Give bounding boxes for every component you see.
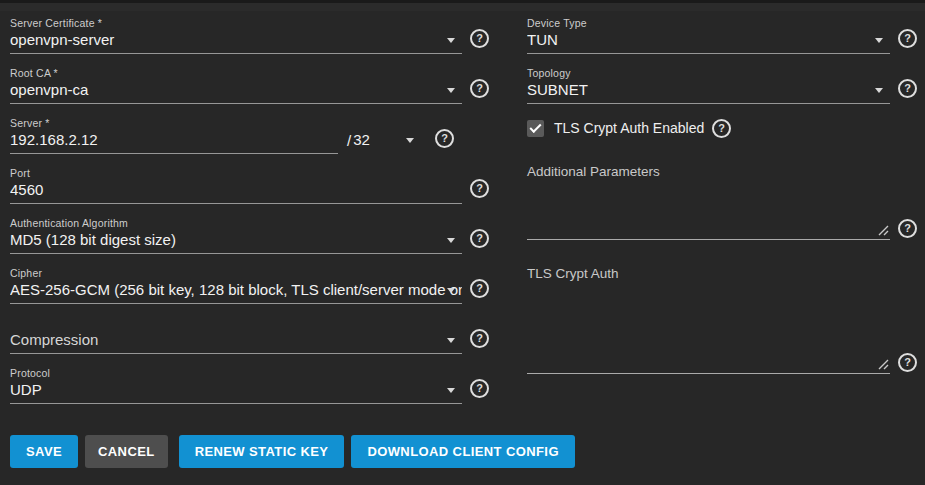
chevron-down-icon <box>447 288 455 293</box>
renew-static-key-button[interactable]: RENEW STATIC KEY <box>179 435 345 468</box>
chevron-down-icon <box>447 338 455 343</box>
compression-label-spacer <box>10 316 462 330</box>
action-buttons: SAVE CANCEL RENEW STATIC KEY DOWNLOAD CL… <box>10 435 582 468</box>
cipher-row: Cipher AES-256-GCM (256 bit key, 128 bit… <box>10 266 489 304</box>
checkmark-icon <box>529 120 541 132</box>
help-icon[interactable]: ? <box>470 279 489 298</box>
port-value: 4560 <box>10 180 462 200</box>
chevron-down-icon <box>447 88 455 93</box>
port-label: Port <box>10 166 462 180</box>
resize-grip-icon[interactable] <box>878 359 889 370</box>
device-type-value: TUN <box>527 30 890 50</box>
root-ca-row: Root CA * openvpn-ca ? <box>10 66 489 104</box>
tls-crypt-auth-row: ? <box>527 282 917 374</box>
help-icon[interactable]: ? <box>712 119 731 138</box>
help-icon[interactable]: ? <box>898 353 917 372</box>
help-icon[interactable]: ? <box>898 219 917 238</box>
chevron-down-icon <box>447 38 455 43</box>
topology-select[interactable]: Topology SUBNET <box>527 66 890 104</box>
help-icon[interactable]: ? <box>470 229 489 248</box>
auth-algorithm-value: MD5 (128 bit digest size) <box>10 230 462 250</box>
resize-grip-icon[interactable] <box>878 225 889 236</box>
chevron-down-icon <box>406 138 414 143</box>
root-ca-select[interactable]: Root CA * openvpn-ca <box>10 66 462 104</box>
download-client-config-button[interactable]: DOWNLOAD CLIENT CONFIG <box>351 435 575 468</box>
tls-crypt-auth-textarea[interactable] <box>527 282 890 374</box>
tls-crypt-enabled-row: TLS Crypt Auth Enabled ? <box>527 118 917 138</box>
compression-row: Compression ? <box>10 316 489 354</box>
auth-algorithm-select[interactable]: Authentication Algorithm MD5 (128 bit di… <box>10 216 462 254</box>
server-certificate-value: openvpn-server <box>10 30 462 50</box>
tls-crypt-enabled-label: TLS Crypt Auth Enabled <box>554 120 704 136</box>
form-column-left: Server Certificate * openvpn-server ? Ro… <box>10 16 489 416</box>
root-ca-label: Root CA * <box>10 66 462 80</box>
help-icon[interactable]: ? <box>898 79 917 98</box>
port-row: Port 4560 ? <box>10 166 489 204</box>
help-icon[interactable]: ? <box>898 29 917 48</box>
server-row: Server * 192.168.2.12 / 32 ? <box>10 116 489 154</box>
server-certificate-select[interactable]: Server Certificate * openvpn-server <box>10 16 462 54</box>
auth-algorithm-label: Authentication Algorithm <box>10 216 462 230</box>
compression-select[interactable]: Compression <box>10 316 462 354</box>
save-button[interactable]: SAVE <box>10 435 78 468</box>
server-input[interactable]: Server * 192.168.2.12 <box>10 116 338 154</box>
server-label: Server * <box>10 116 338 130</box>
protocol-select[interactable]: Protocol UDP <box>10 366 462 404</box>
server-certificate-row: Server Certificate * openvpn-server ? <box>10 16 489 54</box>
topology-value: SUBNET <box>527 80 890 100</box>
help-icon[interactable]: ? <box>470 29 489 48</box>
top-strip <box>0 0 925 11</box>
subnet-mask-select[interactable]: 32 <box>353 130 421 153</box>
chevron-down-icon <box>447 388 455 393</box>
help-icon[interactable]: ? <box>470 79 489 98</box>
auth-algorithm-row: Authentication Algorithm MD5 (128 bit di… <box>10 216 489 254</box>
cancel-button[interactable]: CANCEL <box>85 435 168 468</box>
help-icon[interactable]: ? <box>470 329 489 348</box>
topology-label: Topology <box>527 66 890 80</box>
cipher-value: AES-256-GCM (256 bit key, 128 bit block,… <box>10 280 462 300</box>
cipher-label: Cipher <box>10 266 462 280</box>
tls-crypt-enabled-checkbox[interactable] <box>527 120 544 137</box>
protocol-value: UDP <box>10 380 462 400</box>
subnet-separator: / <box>347 132 351 149</box>
device-type-row: Device Type TUN ? <box>527 16 917 54</box>
compression-placeholder: Compression <box>10 330 462 350</box>
device-type-select[interactable]: Device Type TUN <box>527 16 890 54</box>
help-icon[interactable]: ? <box>470 179 489 198</box>
chevron-down-icon <box>875 88 883 93</box>
tls-crypt-auth-label: TLS Crypt Auth <box>527 266 917 282</box>
port-input[interactable]: Port 4560 <box>10 166 462 204</box>
cipher-select[interactable]: Cipher AES-256-GCM (256 bit key, 128 bit… <box>10 266 462 304</box>
protocol-label: Protocol <box>10 366 462 380</box>
topology-row: Topology SUBNET ? <box>527 66 917 104</box>
additional-parameters-row: ? <box>527 180 917 240</box>
additional-parameters-label: Additional Parameters <box>527 164 917 180</box>
root-ca-value: openvpn-ca <box>10 80 462 100</box>
chevron-down-icon <box>875 38 883 43</box>
chevron-down-icon <box>447 238 455 243</box>
server-value: 192.168.2.12 <box>10 130 338 150</box>
protocol-row: Protocol UDP ? <box>10 366 489 404</box>
additional-parameters-textarea[interactable] <box>527 180 890 240</box>
help-icon[interactable]: ? <box>435 129 454 148</box>
form-column-right: Device Type TUN ? Topology SUBNET ? TLS … <box>527 16 917 374</box>
server-certificate-label: Server Certificate * <box>10 16 462 30</box>
device-type-label: Device Type <box>527 16 890 30</box>
help-icon[interactable]: ? <box>470 379 489 398</box>
